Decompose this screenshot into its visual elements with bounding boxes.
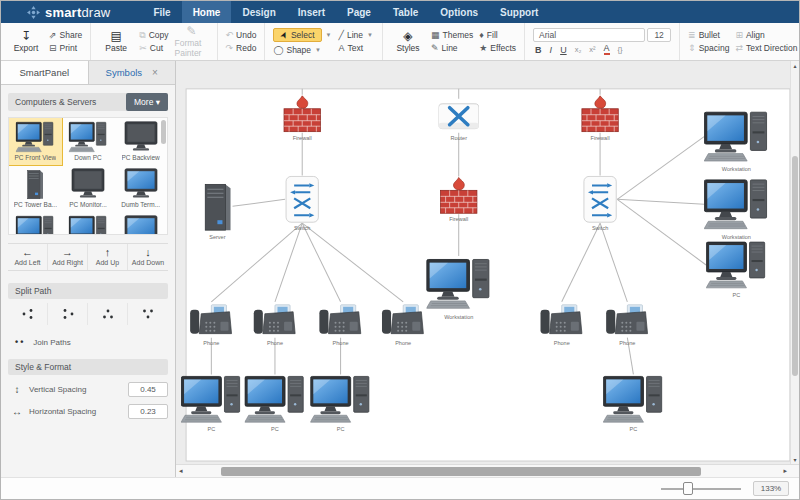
split-path-down-button[interactable] (88, 303, 128, 325)
pc-symbol-icon (65, 214, 111, 235)
symbol-item-label: PC Front View (14, 154, 56, 161)
paste-button[interactable]: ▤ Paste (99, 30, 133, 53)
symbol-item[interactable]: PC Backview (114, 118, 167, 165)
smartpanel-sidebar: SmartPanel Symbols × Computers & Servers… (1, 61, 176, 499)
add-down-button[interactable]: ↓Add Down (128, 244, 168, 270)
subscript-button[interactable]: x₂ (575, 45, 582, 54)
redo-button[interactable]: ↷Redo (226, 43, 257, 53)
close-symbols-tab-icon[interactable]: × (152, 67, 158, 78)
scroll-left-icon[interactable]: ◂ (179, 467, 183, 475)
symbol-item[interactable] (114, 212, 167, 235)
italic-button[interactable]: I (550, 45, 553, 55)
symbol-item[interactable]: PC Front View (9, 118, 62, 165)
spacing-button[interactable]: ⇕Spacing (688, 43, 729, 53)
add-right-button[interactable]: →Add Right (48, 244, 88, 270)
shape-dropdown-caret[interactable]: ▼ (314, 47, 322, 53)
undo-button[interactable]: ↶Undo (226, 30, 257, 40)
diagram-node-router[interactable] (439, 104, 479, 129)
split-path-left-button[interactable] (48, 303, 88, 325)
undo-icon: ↶ (226, 31, 234, 40)
toolbar: ↧ Export ⇗Share ⊟Print ▤ Paste ⧉Copy ✂Cu… (1, 23, 799, 61)
symbol-grid-scrollbar[interactable] (161, 120, 166, 144)
clear-formatting-button[interactable]: {} (618, 45, 623, 54)
cut-button[interactable]: ✂Cut (139, 43, 168, 53)
diagram-node-label: PC (733, 292, 741, 298)
symbol-item[interactable]: PC Tower Ba... (9, 165, 62, 212)
font-family-select[interactable]: Arial (533, 28, 645, 42)
themes-icon: ▦ (431, 31, 440, 40)
symbol-item[interactable]: PC Monitor... (62, 165, 115, 212)
scroll-right-icon[interactable]: ▸ (783, 467, 787, 475)
line-style-icon: ✎ (431, 44, 439, 53)
tab-smartpanel[interactable]: SmartPanel (1, 61, 89, 84)
fill-button[interactable]: ♦Fill (479, 30, 516, 40)
copy-button[interactable]: ⧉Copy (139, 30, 168, 40)
diagram-node-label: Firewall (591, 135, 610, 141)
underline-button[interactable]: U (560, 45, 567, 55)
scroll-up-icon[interactable]: ▴ (791, 62, 799, 69)
scroll-down-icon[interactable]: ▾ (791, 456, 799, 463)
share-icon: ⇗ (49, 31, 57, 40)
symbol-item[interactable] (9, 212, 62, 235)
vertical-scrollbar-thumb[interactable] (792, 156, 798, 376)
print-button[interactable]: ⊟Print (49, 43, 82, 53)
diagram-node-switch[interactable] (286, 176, 318, 222)
text-direction-button[interactable]: ⇄Text Direction (735, 43, 797, 53)
diagram-svg[interactable]: FirewallRouterFirewallServerSwitchFirewa… (176, 61, 799, 464)
horizontal-scrollbar-thumb[interactable] (221, 467, 701, 476)
split-path-up-button[interactable] (128, 303, 168, 325)
split-path-header: Split Path (8, 283, 168, 299)
text-tool-button[interactable]: AText (339, 43, 374, 53)
symbol-item[interactable] (62, 212, 115, 235)
menu-item-home[interactable]: Home (182, 1, 232, 23)
more-symbols-button[interactable]: More ▾ (126, 93, 168, 111)
menu-item-insert[interactable]: Insert (287, 1, 336, 23)
superscript-button[interactable]: x² (589, 45, 595, 54)
font-color-button[interactable]: A (604, 44, 610, 55)
font-size-select[interactable]: 12 (647, 28, 671, 42)
horizontal-scrollbar[interactable]: ◂ ▸ (176, 464, 799, 477)
bullet-button[interactable]: ≣Bullet (688, 30, 729, 40)
menu-item-options[interactable]: Options (429, 1, 489, 23)
diagram-node-label: Phone (333, 340, 349, 346)
export-button[interactable]: ↧ Export (9, 30, 43, 53)
zoom-slider-handle[interactable] (683, 482, 693, 495)
vertical-scrollbar[interactable]: ▴ ▾ (790, 61, 799, 464)
bold-button[interactable]: B (535, 45, 542, 55)
line-tool-button[interactable]: ╱Line▼ (339, 30, 374, 40)
tab-symbols[interactable]: Symbols × (89, 61, 176, 84)
align-button[interactable]: ⊞Align (735, 30, 797, 40)
menu-item-support[interactable]: Support (489, 1, 549, 23)
split-path-right-button[interactable] (8, 303, 48, 325)
menu-item-page[interactable]: Page (336, 1, 382, 23)
line-dropdown-caret[interactable]: ▼ (366, 32, 374, 38)
symbol-item[interactable]: Down PC (62, 118, 115, 165)
zoom-level-indicator[interactable]: 133% (753, 481, 789, 496)
select-dropdown-caret[interactable]: ▼ (325, 32, 333, 38)
themes-button[interactable]: ▦Themes (431, 30, 473, 40)
symbol-item-label: PC Monitor... (69, 201, 107, 208)
join-paths-button[interactable]: •• Join Paths (15, 337, 168, 347)
paste-icon: ▤ (111, 30, 122, 42)
drawing-canvas[interactable]: FirewallRouterFirewallServerSwitchFirewa… (176, 61, 799, 477)
diagram-node-label: Phone (267, 340, 283, 346)
share-button[interactable]: ⇗Share (49, 30, 82, 40)
select-tool-button[interactable]: ➤Select (273, 28, 321, 42)
menu-item-table[interactable]: Table (382, 1, 429, 23)
diagram-node-switch[interactable] (584, 176, 616, 222)
add-up-button[interactable]: ↑Add Up (88, 244, 128, 270)
zoom-slider[interactable] (661, 488, 741, 490)
add-left-button[interactable]: ←Add Left (8, 244, 48, 270)
shape-tool-button[interactable]: ◯Shape▼ (273, 45, 332, 55)
styles-button[interactable]: ◈ Styles (391, 30, 425, 53)
diagram-node-server[interactable] (205, 184, 230, 230)
effects-button[interactable]: ★Effects (479, 43, 516, 53)
line-style-button[interactable]: ✎Line (431, 43, 473, 53)
menu-item-design[interactable]: Design (231, 1, 286, 23)
horizontal-spacing-input[interactable]: 0.23 (128, 404, 168, 419)
symbol-item[interactable]: Dumb Term... (114, 165, 167, 212)
format-painter-button[interactable]: ✎ Format Painter (175, 25, 209, 58)
app-logo[interactable]: smartdraw (1, 1, 124, 23)
vertical-spacing-input[interactable]: 0.45 (128, 382, 168, 397)
menu-item-file[interactable]: File (142, 1, 181, 23)
